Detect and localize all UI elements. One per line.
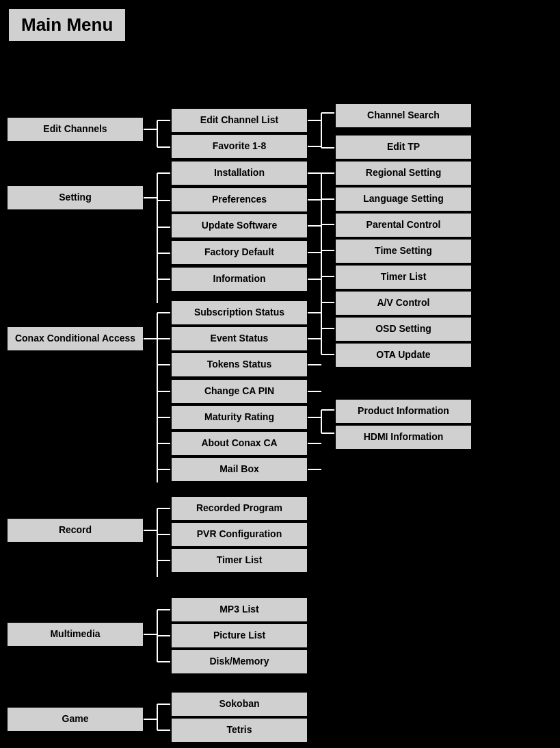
timer-list-setting-label: Timer List <box>381 271 427 282</box>
setting-label: Setting <box>59 192 91 203</box>
mail-box-label: Mail Box <box>219 463 259 474</box>
installation-label: Installation <box>214 167 265 178</box>
about-conax-ca-label: About Conax CA <box>201 437 277 448</box>
event-status-label: Event Status <box>211 333 269 344</box>
hdmi-information-label: HDMI Information <box>364 431 444 442</box>
regional-setting-label: Regional Setting <box>366 167 441 178</box>
change-ca-pin-label: Change CA PIN <box>204 385 274 396</box>
preferences-label: Preferences <box>212 194 267 205</box>
recorded-program-label: Recorded Program <box>196 502 282 513</box>
multimedia-label: Multimedia <box>50 628 100 639</box>
language-setting-label: Language Setting <box>363 193 443 204</box>
information-label: Information <box>213 273 266 284</box>
subscription-status-label: Subscription Status <box>194 307 284 318</box>
game-label: Game <box>62 713 89 724</box>
maturity-rating-label: Maturity Rating <box>204 411 274 422</box>
parental-control-label: Parental Control <box>366 219 441 230</box>
pvr-configuration-label: PVR Configuration <box>197 528 282 539</box>
channel-search-label: Channel Search <box>367 109 440 120</box>
product-information-label: Product Information <box>358 405 449 416</box>
tetris-label: Tetris <box>226 724 252 735</box>
disk-memory-label: Disk/Memory <box>209 656 269 667</box>
edit-tp-label: Edit TP <box>387 141 420 152</box>
sokoban-label: Sokoban <box>219 698 259 709</box>
conax-label: Conax Conditional Access <box>15 333 135 344</box>
mp3-list-label: MP3 List <box>219 604 259 615</box>
tokens-status-label: Tokens Status <box>207 359 272 370</box>
title-box: Main Menu <box>7 7 127 43</box>
osd-setting-label: OSD Setting <box>375 323 431 334</box>
update-software-label: Update Software <box>202 220 278 231</box>
edit-channels-label: Edit Channels <box>43 123 107 134</box>
timer-list-record-label: Timer List <box>217 554 263 565</box>
time-setting-label: Time Setting <box>375 245 432 256</box>
factory-default-label: Factory Default <box>204 246 274 257</box>
favorite-1-8-label: Favorite 1-8 <box>213 140 267 151</box>
picture-list-label: Picture List <box>213 630 266 641</box>
edit-channel-list-label: Edit Channel List <box>200 114 279 125</box>
record-label: Record <box>59 524 92 535</box>
ota-update-label: OTA Update <box>376 349 431 360</box>
av-control-label: A/V Control <box>377 297 430 308</box>
